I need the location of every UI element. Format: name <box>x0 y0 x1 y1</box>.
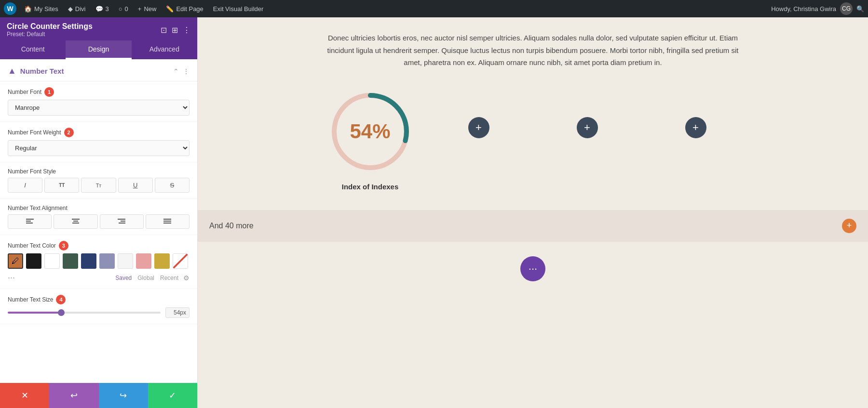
divi-menu[interactable]: ◆ Divi <box>66 5 88 13</box>
svg-rect-10 <box>163 221 171 222</box>
add-module-button-2[interactable]: + <box>577 117 598 138</box>
counter-label: Index of Indexes <box>342 183 399 191</box>
italic-button[interactable]: I <box>8 178 42 193</box>
global-label[interactable]: Global <box>137 275 154 281</box>
color-settings-icon[interactable]: ⚙ <box>183 274 190 282</box>
search-icon[interactable]: 🔍 <box>856 5 864 13</box>
body-text: Donec ultricies lobortis eros, nec aucto… <box>326 32 740 69</box>
sidebar-header-icons: ⊡ ⊞ ⋮ <box>161 26 190 35</box>
comments-menu[interactable]: 💬 3 <box>94 5 111 13</box>
step-badge-4: 4 <box>56 295 66 304</box>
color-swatch-pink[interactable] <box>136 253 151 269</box>
sidebar-content: ▲ Number Text ⌃ ⋮ Number Font 1 Manrope <box>0 59 197 383</box>
color-swatches: 🖊 <box>8 253 190 269</box>
slider-fill <box>8 312 61 314</box>
color-swatch-white[interactable] <box>44 253 60 269</box>
svg-rect-3 <box>72 219 80 220</box>
color-swatch-gold[interactable] <box>154 253 170 269</box>
slider-track[interactable] <box>8 312 161 314</box>
sidebar-bottom: ✕ ↩ ↪ ✓ <box>0 383 197 408</box>
svg-rect-8 <box>119 223 125 224</box>
tab-design[interactable]: Design <box>66 40 131 59</box>
color-swatch-light[interactable] <box>118 253 133 269</box>
step-badge-3: 3 <box>59 241 68 250</box>
color-swatch-black[interactable] <box>26 253 41 269</box>
step-badge-1: 1 <box>44 87 54 97</box>
number-font-select[interactable]: Manrope <box>8 100 190 116</box>
step-badge-2: 2 <box>64 128 74 137</box>
strikethrough-button[interactable]: S <box>155 178 190 193</box>
slider-value[interactable]: 54px <box>165 307 190 318</box>
save-button[interactable]: ✓ <box>148 383 197 408</box>
tab-advanced[interactable]: Advanced <box>132 40 197 59</box>
color-footer: ··· Saved Global Recent ⚙ <box>8 273 190 283</box>
svg-rect-9 <box>163 219 171 220</box>
color-swatch-active[interactable]: 🖊 <box>8 253 23 269</box>
circle-counter: 54% <box>327 88 414 175</box>
circle-value: 54% <box>350 120 390 143</box>
number-text-alignment-label: Number Text Alignment <box>8 205 190 211</box>
redo-button[interactable]: ↪ <box>99 383 148 408</box>
number-text-size-label: Number Text Size 4 <box>8 295 190 304</box>
sidebar-title: Circle Counter Settings <box>7 22 93 31</box>
cancel-button[interactable]: ✕ <box>0 383 49 408</box>
counter-item-plus-2: + <box>533 88 641 138</box>
color-swatch-navy[interactable] <box>81 253 96 269</box>
svg-rect-7 <box>121 221 125 222</box>
align-justify-button[interactable] <box>146 214 190 229</box>
number-text-alignment-group: Number Text Alignment <box>0 199 197 235</box>
recent-label[interactable]: Recent <box>160 275 178 281</box>
slider-thumb[interactable] <box>58 309 65 316</box>
counter-item-plus-3: + <box>641 88 750 138</box>
and-more-bar: And 40 more + <box>198 210 868 242</box>
more-icon[interactable]: ⋮ <box>183 26 190 35</box>
counter-item-plus-1: + <box>424 88 533 138</box>
style-buttons: I TT Tт U S <box>8 178 190 193</box>
top-bar: W 🏠 My Sites ◆ Divi 💬 3 ○ 0 + New ✏️ Edi… <box>0 0 868 17</box>
tab-content[interactable]: Content <box>0 40 66 59</box>
underline-button[interactable]: U <box>118 178 153 193</box>
user-avatar[interactable]: CG <box>840 2 853 15</box>
preset-label[interactable]: Preset: Default <box>7 31 93 38</box>
top-bar-right: Howdy, Christina Gwira CG 🔍 <box>771 2 864 15</box>
slider-row: 54px <box>8 307 190 318</box>
align-left-button[interactable] <box>8 214 52 229</box>
add-module-button-1[interactable]: + <box>468 117 489 138</box>
align-right-button[interactable] <box>100 214 144 229</box>
color-swatch-none[interactable] <box>173 253 188 269</box>
edit-page-button[interactable]: ✏️ Edit Page <box>164 5 205 13</box>
section-title: ▲ Number Text <box>8 66 64 76</box>
add-section-button[interactable]: + <box>842 219 856 233</box>
sidebar: Circle Counter Settings Preset: Default … <box>0 17 198 408</box>
columns-icon[interactable]: ⊞ <box>172 26 178 35</box>
new-button[interactable]: + New <box>136 5 159 13</box>
number-font-weight-select[interactable]: Regular <box>8 140 190 156</box>
bubble-menu[interactable]: ○ 0 <box>117 5 130 13</box>
page-content: Donec ultricies lobortis eros, nec aucto… <box>198 17 868 296</box>
smallcaps-button[interactable]: TT <box>44 178 79 193</box>
align-buttons <box>8 214 190 229</box>
exit-builder-button[interactable]: Exit Visual Builder <box>211 5 266 13</box>
color-footer-labels: Saved Global Recent <box>115 275 178 281</box>
number-text-color-group: Number Text Color 3 🖊 <box>0 235 197 289</box>
floating-menu-button[interactable]: ··· <box>520 256 545 281</box>
number-font-style-group: Number Font Style I TT Tт U S <box>0 162 197 199</box>
color-dots[interactable]: ··· <box>8 273 15 283</box>
sidebar-header: Circle Counter Settings Preset: Default … <box>0 17 197 40</box>
add-module-button-3[interactable]: + <box>685 117 706 138</box>
section-more-icon[interactable]: ⋮ <box>183 67 190 75</box>
saved-label[interactable]: Saved <box>115 275 132 281</box>
svg-rect-5 <box>72 223 79 224</box>
color-swatch-lavender[interactable] <box>99 253 115 269</box>
number-font-label: Number Font 1 <box>8 87 190 97</box>
collapse-icon[interactable]: ⌃ <box>173 67 179 75</box>
my-sites-menu[interactable]: 🏠 My Sites <box>22 5 60 13</box>
section-header: ▲ Number Text ⌃ ⋮ <box>0 59 197 81</box>
wordpress-icon[interactable]: W <box>4 2 16 15</box>
align-center-button[interactable] <box>54 214 97 229</box>
sidebar-tabs: Content Design Advanced <box>0 40 197 59</box>
color-swatch-green[interactable] <box>63 253 78 269</box>
fullscreen-icon[interactable]: ⊡ <box>161 26 167 35</box>
undo-button[interactable]: ↩ <box>49 383 98 408</box>
capitalize-button[interactable]: Tт <box>81 178 116 193</box>
